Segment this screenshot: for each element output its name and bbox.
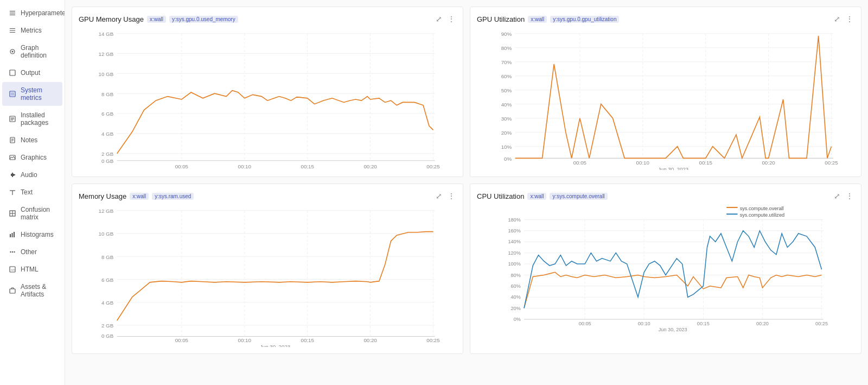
svg-text:12 GB: 12 GB <box>99 51 114 57</box>
svg-text:100%: 100% <box>508 261 520 267</box>
svg-text:00:05: 00:05 <box>175 163 189 169</box>
svg-rect-3 <box>10 28 15 29</box>
gpu-utilization-chart-card: GPU Utilization x:wall y:sys.gpu.0.gpu_u… <box>470 7 861 177</box>
svg-text:2 GB: 2 GB <box>101 151 113 157</box>
gpu-memory-title-area: GPU Memory Usage x:wall y:sys.gpu.0.used… <box>79 15 238 23</box>
svg-text:0 GB: 0 GB <box>101 333 113 339</box>
cpu-utilization-expand-btn[interactable]: ⤢ <box>833 191 841 201</box>
sidebar-item-confusion-matrix[interactable]: Confusion matrix <box>2 201 62 225</box>
svg-text:80%: 80% <box>511 273 521 278</box>
svg-rect-30 <box>10 234 11 237</box>
sidebar-item-label: Text <box>21 188 33 196</box>
svg-text:00:25: 00:25 <box>825 160 838 166</box>
sidebar-item-metrics[interactable]: Metrics <box>2 22 62 39</box>
sidebar-item-other[interactable]: Other <box>2 244 62 260</box>
sidebar-icon-0 <box>9 9 16 17</box>
svg-text:00:25: 00:25 <box>426 337 440 343</box>
memory-usage-title: Memory Usage <box>79 192 126 200</box>
sidebar-item-installed-packages[interactable]: Installed packages <box>2 107 62 131</box>
sidebar-item-audio[interactable]: Audio <box>2 167 62 183</box>
memory-usage-tag-x: x:wall <box>130 193 149 200</box>
sidebar-item-label: Graphics <box>21 154 47 161</box>
cpu-utilization-actions: ⤢ ⋮ <box>833 191 854 201</box>
sidebar-item-label: HTML <box>21 266 39 273</box>
gpu-memory-tag-x: x:wall <box>147 16 166 23</box>
svg-text:Jun 30, 2023: Jun 30, 2023 <box>659 327 687 332</box>
sidebar-icon-7 <box>9 154 16 161</box>
svg-text:60%: 60% <box>501 73 512 79</box>
svg-text:40%: 40% <box>501 102 512 108</box>
svg-text:Jun 30, 2023: Jun 30, 2023 <box>260 344 290 347</box>
cpu-utilization-title-area: CPU Utilization x:wall y:sys.compute.ove… <box>477 192 608 200</box>
sidebar-item-label: Output <box>21 69 40 77</box>
gpu-utilization-tag-y: y:sys.gpu.0.gpu_utilization <box>550 16 619 23</box>
sidebar-item-output[interactable]: Output <box>2 65 62 81</box>
sidebar-item-graphics[interactable]: Graphics <box>2 149 62 166</box>
svg-text:160%: 160% <box>508 228 520 233</box>
sidebar-icon-9 <box>9 188 16 196</box>
svg-text:00:20: 00:20 <box>762 160 775 166</box>
sidebar-item-html[interactable]: </>HTML <box>2 261 62 277</box>
svg-text:00:05: 00:05 <box>175 337 189 343</box>
svg-text:2 GB: 2 GB <box>101 323 113 329</box>
main-content: GPU Memory Usage x:wall y:sys.gpu.0.used… <box>65 0 868 385</box>
memory-usage-more-btn[interactable]: ⋮ <box>446 191 456 201</box>
gpu-memory-actions: ⤢ ⋮ <box>435 14 456 24</box>
gpu-memory-tag-y: y:sys.gpu.0.used_memory <box>169 16 238 23</box>
svg-text:50%: 50% <box>501 87 512 93</box>
sidebar-item-label: Histograms <box>21 231 54 238</box>
sidebar-item-label: Hyperparameters <box>21 9 65 17</box>
gpu-utilization-actions: ⤢ ⋮ <box>833 14 854 24</box>
svg-text:4 GB: 4 GB <box>101 300 113 306</box>
sidebar-item-label: Audio <box>21 171 37 179</box>
svg-rect-10 <box>11 92 14 96</box>
cpu-utilization-title: CPU Utilization <box>477 192 524 200</box>
svg-point-7 <box>12 51 14 53</box>
gpu-utilization-more-btn[interactable]: ⋮ <box>845 14 854 24</box>
svg-text:00:05: 00:05 <box>573 160 587 166</box>
gpu-utilization-expand-btn[interactable]: ⤢ <box>833 14 841 24</box>
svg-rect-8 <box>10 70 15 75</box>
svg-text:20%: 20% <box>511 306 521 311</box>
svg-text:10%: 10% <box>501 144 512 150</box>
svg-text:sys.compute.utilized: sys.compute.utilized <box>740 212 784 218</box>
svg-text:30%: 30% <box>501 116 512 122</box>
gpu-utilization-svg: 90% 80% 70% 60% 50% 40% 30% 20% 10% 0% <box>477 29 854 170</box>
sidebar-item-system-metrics[interactable]: System metrics <box>2 82 62 106</box>
svg-text:4 GB: 4 GB <box>101 131 113 137</box>
gpu-memory-title: GPU Memory Usage <box>79 15 144 23</box>
memory-usage-expand-btn[interactable]: ⤢ <box>435 191 443 201</box>
svg-text:00:10: 00:10 <box>638 321 650 326</box>
cpu-utilization-more-btn[interactable]: ⋮ <box>845 191 854 201</box>
sidebar-item-label: Notes <box>21 136 37 144</box>
memory-usage-tag-y: y:sys.ram.used <box>152 193 194 200</box>
svg-rect-0 <box>10 11 15 11</box>
svg-rect-1 <box>10 12 15 13</box>
gpu-memory-more-btn[interactable]: ⋮ <box>446 14 456 24</box>
gpu-utilization-tag-x: x:wall <box>528 16 547 23</box>
gpu-memory-expand-btn[interactable]: ⤢ <box>435 14 443 24</box>
memory-usage-actions: ⤢ ⋮ <box>435 191 456 201</box>
svg-text:8 GB: 8 GB <box>101 91 113 97</box>
sidebar-item-label: Metrics <box>21 27 42 34</box>
sidebar-item-text[interactable]: Text <box>2 184 62 200</box>
gpu-utilization-title: GPU Utilization <box>477 15 525 23</box>
svg-rect-2 <box>10 15 15 15</box>
sidebar-item-label: Graph definition <box>21 44 56 59</box>
svg-text:6 GB: 6 GB <box>101 277 113 283</box>
svg-text:</>: </> <box>11 268 15 272</box>
svg-text:80%: 80% <box>501 45 512 51</box>
svg-text:00:15: 00:15 <box>301 337 314 343</box>
sidebar-item-graph-definition[interactable]: Graph definition <box>2 40 62 64</box>
sidebar-item-histograms[interactable]: Histograms <box>2 226 62 243</box>
sidebar-item-assets-&-artifacts[interactable]: Assets & Artifacts <box>2 279 62 302</box>
svg-point-34 <box>12 251 13 253</box>
sidebar-item-label: Assets & Artifacts <box>21 283 56 298</box>
svg-text:00:05: 00:05 <box>579 321 591 326</box>
sidebar-item-hyperparameters[interactable]: Hyperparameters <box>2 5 62 21</box>
svg-text:00:20: 00:20 <box>363 337 377 343</box>
svg-text:20%: 20% <box>501 130 512 136</box>
svg-text:00:15: 00:15 <box>699 160 712 166</box>
sidebar-item-notes[interactable]: Notes <box>2 132 62 148</box>
cpu-utilization-tag-y: y:sys.compute.overall <box>550 193 607 200</box>
